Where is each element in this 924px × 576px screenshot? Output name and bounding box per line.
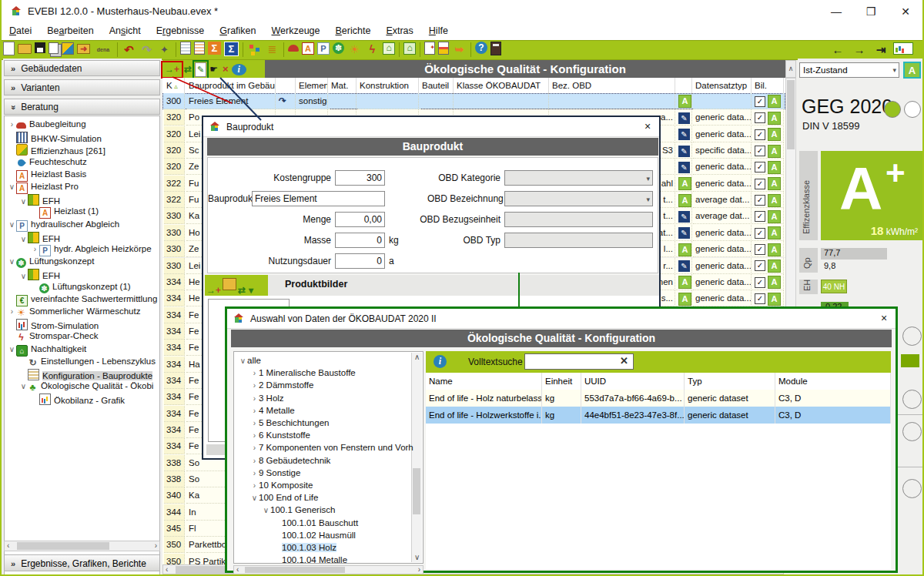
expander-open-icon[interactable]: ∨ bbox=[250, 494, 259, 502]
blitz-icon[interactable]: ϟ bbox=[365, 42, 380, 57]
haus-icon[interactable]: ⌂ bbox=[403, 42, 416, 55]
menu-ansicht[interactable]: Ansicht bbox=[102, 23, 149, 36]
heizlast-icon[interactable]: A bbox=[302, 42, 314, 55]
expander-open-icon[interactable]: ∨ bbox=[19, 235, 28, 243]
column-header-name[interactable]: Name bbox=[426, 373, 542, 390]
obd-bezeichnung-select[interactable]: ▾ bbox=[504, 191, 653, 206]
sidebar-section-gebaeudedaten[interactable]: »Gebäudedaten bbox=[4, 60, 160, 76]
paste-image-icon[interactable] bbox=[223, 278, 236, 290]
hilfe-icon[interactable]: ? bbox=[475, 42, 487, 54]
okobaudat-tree-item-8-geb-udetechnik[interactable]: ›8 Gebäudetechnik bbox=[250, 456, 424, 468]
new-document-icon[interactable] bbox=[3, 42, 15, 55]
close-icon[interactable]: × bbox=[875, 310, 892, 326]
table-scroll-up-button[interactable]: ∧ bbox=[785, 60, 796, 78]
sidebar-item-effizienzhaus-261-[interactable]: Effizienzhaus [261] bbox=[8, 144, 160, 156]
sidebar-item-vereinfachte-sachwertermittlung[interactable]: €vereinfachte Sachwertermittlung bbox=[8, 294, 160, 306]
search-input[interactable] bbox=[524, 353, 634, 370]
minimize-button[interactable]: — bbox=[819, 0, 853, 23]
expander-open-icon[interactable]: ∨ bbox=[19, 197, 28, 206]
bilanz-checkbox[interactable]: ✓ bbox=[755, 179, 765, 189]
structure-icon[interactable] bbox=[247, 42, 262, 57]
undo-icon[interactable]: ↶ bbox=[122, 42, 136, 57]
sidebar-item-heizlast-pro[interactable]: ∨AHeizlast Pro bbox=[8, 182, 160, 194]
okobaudat-tree-item-100-1-01-bauschutt[interactable]: 100.1.01 Bauschutt bbox=[273, 518, 424, 531]
expander-closed-icon[interactable]: › bbox=[250, 457, 259, 465]
okobaudat-tree-item-3-holz[interactable]: ›3 Holz bbox=[250, 393, 424, 406]
hydraulik-icon[interactable]: P bbox=[317, 42, 330, 55]
edit-bauprodukt-icon[interactable]: ✎ bbox=[195, 62, 206, 77]
sidebar-item-l-ftungskonzept[interactable]: ∨✽Lüftungskonzept bbox=[8, 256, 160, 269]
okobaudat-tree-item-alle[interactable]: ∨alle bbox=[239, 356, 424, 368]
delete-icon[interactable]: × bbox=[221, 62, 230, 75]
menu-grafiken[interactable]: Grafiken bbox=[212, 23, 263, 36]
menu-ergebnisse[interactable]: Ergebnisse bbox=[149, 23, 213, 36]
sidebar-item--kologische-qualit-t-kobi[interactable]: ∨♣Ökologische Qualität - Ökobi bbox=[19, 381, 160, 393]
column-header-etype[interactable]: Elementtyp bbox=[296, 78, 328, 93]
menge-field[interactable] bbox=[335, 212, 385, 227]
okobaudat-tree-item-1-mineralische-baustoffe[interactable]: ›1 Mineralische Baustoffe bbox=[250, 368, 424, 380]
menu-extras[interactable]: Extras bbox=[378, 23, 420, 36]
okobaudat-tree-item-4-metalle[interactable]: ›4 Metalle bbox=[250, 406, 424, 418]
expander-closed-icon[interactable]: › bbox=[250, 431, 259, 440]
sidebar-hscrollbar[interactable]: ‹› bbox=[4, 541, 160, 551]
sidebar-item-strom-simulation[interactable]: Strom-Simulation bbox=[8, 319, 160, 331]
column-header-bil[interactable]: Bil. bbox=[752, 78, 784, 93]
list-icon[interactable]: ≣ bbox=[265, 42, 280, 57]
bilanz-checkbox[interactable]: ✓ bbox=[755, 228, 765, 239]
rotate-icon[interactable]: ➥ bbox=[452, 42, 467, 57]
column-header-eicon[interactable] bbox=[276, 78, 296, 93]
okobaudat-tree-item-100-1-generisch[interactable]: ∨100.1 Generisch bbox=[262, 505, 424, 517]
sidebar-item--kobilanz-grafik[interactable]: Ökobilanz - Grafik bbox=[31, 393, 160, 406]
expander-open-icon[interactable]: ∨ bbox=[8, 220, 16, 229]
info-icon[interactable]: i bbox=[232, 64, 246, 75]
energieausweis-icon[interactable]: ⌂ bbox=[383, 42, 395, 55]
obd-kategorie-select[interactable]: ▾ bbox=[504, 170, 653, 186]
okobaudat-tree-item-100-1-02-hausm-ll[interactable]: 100.1.02 Hausmüll bbox=[273, 531, 424, 543]
okobaudat-tree-item-7-komponenten-von-fenstern-und-vorh[interactable]: ›7 Komponenten von Fenstern und Vorh bbox=[250, 443, 424, 455]
sum-blue-icon[interactable]: Σ bbox=[224, 42, 239, 56]
sidebar-item-stromspar-check[interactable]: ϟStromspar-Check bbox=[8, 331, 160, 343]
bilanz-checkbox[interactable]: ✓ bbox=[755, 112, 765, 123]
expander-closed-icon[interactable]: › bbox=[250, 469, 259, 477]
document-values-icon[interactable] bbox=[194, 42, 205, 55]
column-header-name[interactable]: Bauprodukt im Gebäude bbox=[186, 78, 276, 93]
okobaudat-tree-item-5-beschichtungen[interactable]: ›5 Beschichtungen bbox=[250, 418, 424, 430]
maximize-button[interactable]: ❒ bbox=[854, 0, 888, 23]
column-header-uuid[interactable]: UUID bbox=[581, 373, 685, 390]
variant-select[interactable]: Ist-Zustand▾ bbox=[799, 62, 899, 78]
panel-icon[interactable] bbox=[490, 42, 501, 55]
add-bauprodukt-icon[interactable]: →+ bbox=[163, 63, 181, 76]
expander-closed-icon[interactable]: › bbox=[8, 120, 16, 129]
sidebar-item-konfiguration-bauprodukte[interactable]: Konfiguration - Bauprodukte bbox=[19, 369, 160, 381]
sidebar-item-sommerlicher-w-rmeschutz[interactable]: ›☀Sommerlicher Wärmeschutz bbox=[8, 306, 160, 319]
back-icon[interactable]: ← bbox=[829, 42, 847, 57]
expander-open-icon[interactable]: ∨ bbox=[8, 183, 16, 191]
expander-open-icon[interactable]: ∨ bbox=[8, 345, 16, 353]
column-header-bauteil[interactable]: Bauteil bbox=[420, 78, 454, 93]
dataset-row[interactable]: End of life - Holzwerkstoffe i...kg44e4b… bbox=[426, 407, 891, 424]
sidebar-item-heizlast-basis[interactable]: AHeizlast Basis bbox=[8, 169, 160, 182]
bilanz-checkbox[interactable]: ✓ bbox=[755, 211, 765, 222]
close-icon[interactable]: × bbox=[639, 119, 656, 134]
sidebar-item-baubegleitung[interactable]: ›Baubegleitung bbox=[8, 119, 160, 132]
column-header-klasse[interactable]: Klasse ÖKOBAUDAT bbox=[454, 78, 549, 93]
save-icon[interactable] bbox=[35, 42, 45, 53]
okobaudat-tree-item-9-sonstige[interactable]: ›9 Sonstige bbox=[250, 468, 424, 481]
sidebar-item-nachhaltigkeit[interactable]: ∨⌂Nachhaltigkeit bbox=[8, 344, 160, 357]
table-row[interactable]: 300Freies Element↷sonstiges...A✓A bbox=[162, 93, 785, 109]
menu-berichte[interactable]: Berichte bbox=[328, 23, 379, 36]
bilanz-checkbox[interactable]: ✓ bbox=[755, 260, 765, 271]
bilanz-checkbox[interactable]: ✓ bbox=[755, 129, 765, 140]
menu-werkzeuge[interactable]: Werkzeuge bbox=[264, 23, 328, 36]
close-button[interactable]: ✕ bbox=[889, 0, 922, 23]
sidebar-item-efh[interactable]: ∨EFH bbox=[19, 194, 160, 206]
sum-orange-icon[interactable]: Σ bbox=[208, 42, 221, 55]
export-icon[interactable]: ➜ bbox=[77, 44, 90, 54]
import-icon[interactable] bbox=[62, 42, 74, 55]
column-header-konstr[interactable]: Konstruktion bbox=[357, 78, 419, 93]
baubegleitung-icon[interactable] bbox=[288, 45, 299, 52]
column-header-k[interactable]: K ▵ bbox=[164, 78, 185, 93]
form-icon[interactable] bbox=[424, 42, 435, 55]
remove-bauprodukt-icon[interactable]: ⇄ bbox=[182, 63, 193, 76]
sidebar-section-beratung[interactable]: »Beratung bbox=[4, 99, 160, 115]
